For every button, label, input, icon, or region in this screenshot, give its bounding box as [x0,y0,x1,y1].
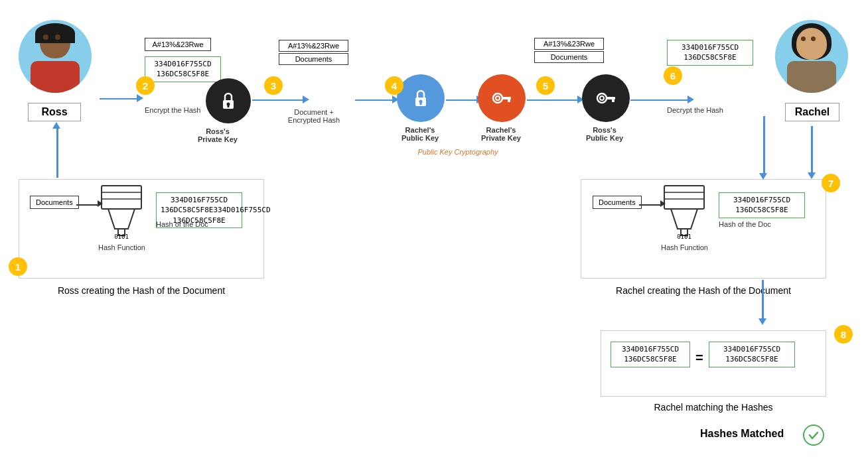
step3-circle: 3 [264,76,283,95]
arrow-lock-mid-head [303,96,309,103]
arrow-to-rachel-pub [355,99,395,101]
ross-avatar [19,20,92,93]
rachel-hash-funnel: 0101 [661,182,707,245]
decrypt-label: Decrypt the Hash [667,106,723,114]
arrow-rachel-vert-head [759,173,767,180]
ross-private-key-label: Ross'sPrivate Key [198,127,238,143]
ross-creating-label: Ross creating the Hash of the Document [19,285,264,296]
svg-point-16 [597,94,607,103]
svg-rect-11 [420,101,422,105]
hashes-matched-label: Hashes Matched [700,428,784,440]
ross-label: Ross [28,103,81,121]
matching-hash-right: 334D016F755CD136DC58C5F8E [709,342,795,367]
arrow-to-matching [762,280,764,320]
arrow-ross-lock-head [137,94,143,102]
rachel-public-key-icon [397,74,445,122]
ross-public-key-label: Ross'sPublic Key [575,126,634,142]
arrow-pub-to-priv [446,99,479,101]
step8-circle: 8 [834,325,853,344]
doc-encrypted-label: Document +Encrypted Hash [271,108,357,124]
arrow-lock-to-mid [252,99,305,101]
arrow-step6 [630,99,690,101]
arrow-rachel-doc-funnel [639,204,662,206]
arrow-doc-to-funnel [76,204,100,206]
rachel-doc-label: Documents [593,196,642,209]
svg-rect-20 [664,186,704,209]
svg-rect-18 [606,97,615,99]
svg-rect-0 [102,186,141,209]
rachel-private-key-label: Rachel'sPrivate Key [471,126,531,142]
rachel-avatar [775,20,848,93]
svg-rect-15 [508,99,510,102]
public-key-crypto-label: Public Key Cryptography [385,148,531,156]
ross-doc-label: Documents [30,196,79,209]
rachel-public-key-label: Rachel'sPublic Key [390,126,450,142]
checkmark-icon [803,424,824,446]
svg-rect-8 [228,104,230,107]
svg-point-13 [496,96,500,100]
svg-marker-3 [108,209,135,229]
svg-rect-19 [612,99,615,102]
arrow-ross-to-lock [100,98,139,99]
doc-encrypted-box: A#13%&23Rwe Documents [279,40,348,65]
svg-text:0101: 0101 [114,233,129,240]
arrow-step5 [527,99,580,101]
top-hash-box: 334D016F755CD136DC58C5F8E [145,56,221,82]
step6-circle: 6 [664,66,682,85]
rachel-matching-label: Rachel matching the Hashes [601,402,826,413]
rachel-label: Rachel [785,103,839,121]
step7-circle: 7 [822,174,840,192]
hash-of-doc-label: Hash of the Doc [156,220,208,228]
ross-public-key-icon [582,74,630,122]
ross-private-key-icon [206,78,251,123]
rachel-private-key-icon [478,74,526,122]
rachel-hash-function-label: Hash Function [661,243,708,251]
rachel-creating-label: Rachel creating the Hash of the Document [581,285,826,296]
encrypt-label: Encrypt the Hash [145,106,200,114]
svg-point-17 [600,96,604,100]
step1-circle: 1 [9,257,27,276]
step5-doc-box: A#13%&23Rwe Documents [534,38,604,63]
encrypted-hash-box: A#13%&23Rwe [145,38,211,51]
rachel-hash-of-doc-label: Hash of the Doc [719,220,771,228]
arrow-up-head [52,122,60,129]
svg-rect-14 [502,97,511,99]
arrow-rachel-vertical [763,116,765,176]
svg-text:0101: 0101 [677,233,691,240]
equals-sign: = [695,350,703,365]
diagram: { "title": "Digital Signature Process", … [0,0,868,457]
arrow-to-rachel-down [811,126,813,174]
rachel-hash-value: 334D016F755CD136DC58C5F8E [719,192,805,218]
arrow-up-to-ross [56,126,58,178]
step5-circle: 5 [536,76,555,95]
matching-hash-left: 334D016F755CD136DC58C5F8E [611,342,690,367]
svg-point-12 [493,94,502,103]
hash-function-label: Hash Function [98,243,145,251]
ross-hash-funnel: 0101 [98,182,145,245]
decrypt-hash-box: 334D016F755CD136DC58C5F8E [667,40,753,66]
step4-circle: 4 [385,76,403,95]
step2-circle: 2 [136,76,155,95]
arrow-step6-head [687,96,694,103]
svg-marker-23 [671,209,697,229]
